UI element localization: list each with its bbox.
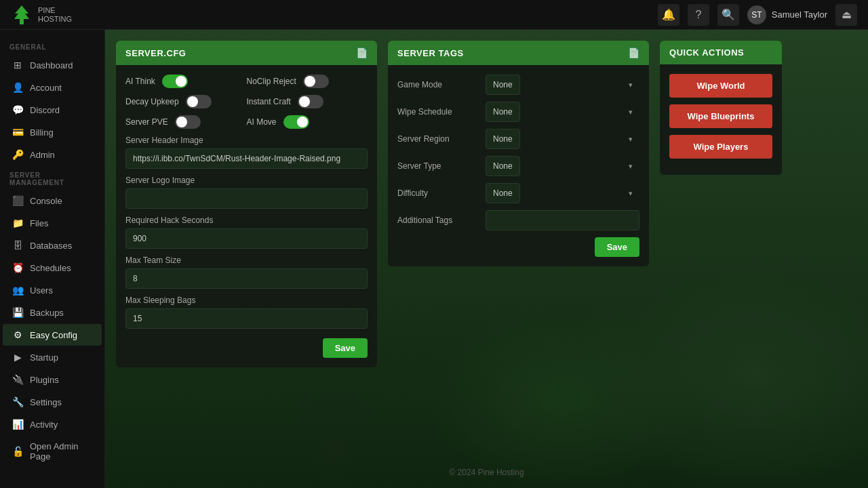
sidebar-label-billing: Billing — [30, 127, 54, 138]
server-tags-save-button[interactable]: Save — [595, 237, 639, 257]
help-icon[interactable]: ? — [688, 4, 709, 26]
sidebar-label-schedules: Schedules — [30, 263, 71, 273]
game-mode-select[interactable]: None — [486, 75, 520, 95]
backups-icon: 💾 — [12, 307, 23, 318]
game-mode-label: Game Mode — [397, 80, 479, 89]
wipe-players-button[interactable]: Wipe Players — [669, 135, 772, 159]
sidebar-item-users[interactable]: 👥 Users — [3, 279, 102, 301]
decay-upkeep-toggle[interactable] — [186, 95, 212, 108]
quick-actions-body: Wipe World Wipe Blueprints Wipe Players — [660, 64, 782, 175]
sidebar-label-users: Users — [30, 285, 53, 296]
server-tags-body: Game Mode None Wipe Schedule None — [388, 65, 649, 266]
user-name: Samuel Taylor — [772, 9, 827, 20]
server-logo-image-input[interactable] — [125, 188, 368, 209]
server-tags-header: SERVER TAGS 📄 — [388, 41, 649, 65]
game-mode-select-wrapper: None — [486, 75, 639, 95]
server-logo-image-label: Server Logo Image — [125, 176, 368, 185]
wipe-blueprints-button[interactable]: Wipe Blueprints — [669, 104, 772, 128]
logo-text: PINE HOSTING — [38, 6, 72, 22]
notifications-icon[interactable]: 🔔 — [658, 4, 679, 26]
navbar: PINE HOSTING 🔔 ? 🔍 ST Samuel Taylor ⏏ — [0, 0, 868, 30]
wipe-schedule-select[interactable]: None — [486, 102, 520, 122]
required-hack-seconds-label: Required Hack Seconds — [125, 216, 368, 225]
sidebar-item-dashboard[interactable]: ⊞ Dashboard — [3, 54, 102, 76]
sidebar-label-backups: Backups — [30, 308, 64, 318]
logout-icon[interactable]: ⏏ — [835, 4, 857, 26]
ai-move-group: AI Move — [247, 115, 368, 129]
sidebar-item-databases[interactable]: 🗄 Databases — [3, 235, 102, 256]
sidebar-item-account[interactable]: 👤 Account — [3, 77, 102, 98]
sidebar-item-easy-config[interactable]: ⚙ Easy Config — [3, 324, 102, 346]
server-management-section-label: SERVER MANAGEMENT — [0, 166, 104, 189]
server-pve-toggle[interactable] — [175, 115, 201, 129]
required-hack-seconds-input[interactable] — [125, 228, 368, 249]
ai-move-label: AI Move — [247, 117, 277, 127]
max-sleeping-bags-input[interactable] — [125, 308, 368, 329]
sidebar-label-settings: Settings — [30, 397, 62, 407]
server-region-select[interactable]: None — [486, 129, 520, 149]
additional-tags-label: Additional Tags — [397, 216, 479, 225]
decay-upkeep-group: Decay Upkeep — [125, 95, 247, 108]
startup-icon: ▶ — [12, 352, 23, 363]
sidebar-item-settings[interactable]: 🔧 Settings — [3, 391, 102, 413]
server-cfg-save-button[interactable]: Save — [323, 338, 368, 358]
billing-icon: 💳 — [12, 127, 23, 138]
wipe-world-button[interactable]: Wipe World — [669, 74, 772, 98]
sidebar-item-files[interactable]: 📁 Files — [3, 212, 102, 234]
sidebar-item-backups[interactable]: 💾 Backups — [3, 302, 102, 323]
instant-craft-knob — [299, 96, 310, 107]
sidebar-label-plugins: Plugins — [30, 375, 59, 385]
sidebar-label-discord: Discord — [30, 105, 60, 115]
main-layout: GENERAL ⊞ Dashboard 👤 Account 💬 Discord … — [0, 30, 868, 488]
user-menu[interactable]: ST Samuel Taylor — [747, 5, 827, 24]
sidebar-item-activity[interactable]: 📊 Activity — [3, 413, 102, 435]
server-type-select[interactable]: None — [486, 156, 520, 176]
plugins-icon: 🔌 — [12, 374, 23, 385]
footer: © 2024 Pine Hosting — [105, 468, 868, 477]
search-icon[interactable]: 🔍 — [717, 4, 739, 26]
server-cfg-header: SERVER.CFG 📄 — [116, 41, 377, 65]
server-region-label: Server Region — [397, 134, 479, 144]
ai-think-knob — [176, 76, 186, 87]
sidebar-item-billing[interactable]: 💳 Billing — [3, 121, 102, 143]
instant-craft-label: Instant Craft — [247, 97, 291, 106]
account-icon: 👤 — [12, 82, 23, 93]
sidebar-item-startup[interactable]: ▶ Startup — [3, 346, 102, 368]
server-type-select-wrapper: None — [486, 156, 639, 176]
max-team-size-input[interactable] — [125, 268, 368, 289]
ai-think-label: AI Think — [125, 77, 155, 86]
ai-think-toggle[interactable] — [162, 75, 188, 88]
server-header-image-input[interactable] — [125, 148, 368, 169]
additional-tags-input[interactable] — [486, 210, 639, 230]
ai-move-toggle[interactable] — [283, 115, 309, 129]
svg-marker-0 — [14, 5, 29, 24]
server-cfg-title: SERVER.CFG — [125, 48, 186, 58]
difficulty-select[interactable]: None — [486, 183, 520, 203]
difficulty-label: Difficulty — [397, 188, 479, 198]
quick-actions-panel: QUICK ACTIONS Wipe World Wipe Blueprints… — [660, 41, 782, 175]
toggle-row-3: Server PVE AI Move — [125, 115, 368, 129]
sidebar-item-admin[interactable]: 🔑 Admin — [3, 144, 102, 165]
noclip-reject-toggle[interactable] — [303, 75, 329, 88]
sidebar-item-plugins[interactable]: 🔌 Plugins — [3, 369, 102, 390]
server-region-row: Server Region None — [397, 129, 639, 149]
instant-craft-toggle[interactable] — [298, 95, 323, 108]
logo: PINE HOSTING — [11, 4, 72, 26]
sidebar-item-open-admin[interactable]: 🔓 Open Admin Page — [3, 436, 102, 467]
ai-think-group: AI Think — [125, 75, 247, 88]
server-type-label: Server Type — [397, 161, 479, 171]
sidebar-label-account: Account — [30, 83, 62, 93]
toggle-row-1: AI Think NoClip Reject — [125, 75, 368, 88]
noclip-reject-knob — [304, 76, 315, 87]
sidebar-item-discord[interactable]: 💬 Discord — [3, 99, 102, 121]
difficulty-row: Difficulty None — [397, 183, 639, 203]
console-icon: ⬛ — [12, 195, 23, 206]
sidebar-item-schedules[interactable]: ⏰ Schedules — [3, 257, 102, 279]
activity-icon: 📊 — [12, 419, 23, 430]
server-region-select-wrapper: None — [486, 129, 639, 149]
sidebar-item-console[interactable]: ⬛ Console — [3, 190, 102, 211]
server-tags-save-row: Save — [397, 237, 639, 257]
decay-upkeep-knob — [187, 96, 198, 107]
max-sleeping-bags-label: Max Sleeping Bags — [125, 296, 368, 305]
general-section-label: GENERAL — [0, 38, 104, 54]
